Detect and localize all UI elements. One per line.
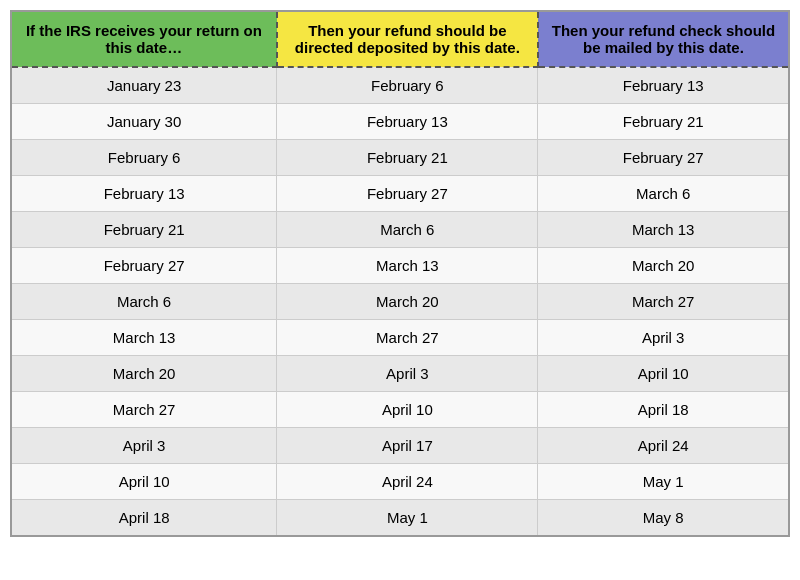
cell-row1-col1: February 13 xyxy=(277,104,538,140)
cell-row0-col0: January 23 xyxy=(11,67,277,104)
cell-row12-col0: April 18 xyxy=(11,500,277,537)
cell-row7-col1: March 27 xyxy=(277,320,538,356)
cell-row10-col1: April 17 xyxy=(277,428,538,464)
table-row: April 18May 1May 8 xyxy=(11,500,789,537)
header-col3: Then your refund check should be mailed … xyxy=(538,11,789,67)
cell-row10-col2: April 24 xyxy=(538,428,789,464)
cell-row9-col1: April 10 xyxy=(277,392,538,428)
cell-row6-col2: March 27 xyxy=(538,284,789,320)
header-row: If the IRS receives your return on this … xyxy=(11,11,789,67)
cell-row6-col1: March 20 xyxy=(277,284,538,320)
cell-row3-col2: March 6 xyxy=(538,176,789,212)
cell-row11-col2: May 1 xyxy=(538,464,789,500)
cell-row5-col2: March 20 xyxy=(538,248,789,284)
cell-row4-col1: March 6 xyxy=(277,212,538,248)
cell-row7-col0: March 13 xyxy=(11,320,277,356)
cell-row2-col2: February 27 xyxy=(538,140,789,176)
table-row: March 27April 10April 18 xyxy=(11,392,789,428)
cell-row4-col0: February 21 xyxy=(11,212,277,248)
cell-row9-col0: March 27 xyxy=(11,392,277,428)
cell-row3-col0: February 13 xyxy=(11,176,277,212)
table-row: February 13February 27March 6 xyxy=(11,176,789,212)
cell-row9-col2: April 18 xyxy=(538,392,789,428)
cell-row3-col1: February 27 xyxy=(277,176,538,212)
cell-row6-col0: March 6 xyxy=(11,284,277,320)
cell-row8-col2: April 10 xyxy=(538,356,789,392)
cell-row11-col1: April 24 xyxy=(277,464,538,500)
cell-row5-col1: March 13 xyxy=(277,248,538,284)
irs-refund-table: If the IRS receives your return on this … xyxy=(10,10,790,537)
table-row: February 6February 21February 27 xyxy=(11,140,789,176)
table-row: February 21March 6March 13 xyxy=(11,212,789,248)
cell-row10-col0: April 3 xyxy=(11,428,277,464)
table-body: January 23February 6February 13January 3… xyxy=(11,67,789,536)
table-row: March 13March 27April 3 xyxy=(11,320,789,356)
table-row: January 23February 6February 13 xyxy=(11,67,789,104)
cell-row0-col1: February 6 xyxy=(277,67,538,104)
cell-row2-col1: February 21 xyxy=(277,140,538,176)
cell-row4-col2: March 13 xyxy=(538,212,789,248)
table-row: March 6March 20March 27 xyxy=(11,284,789,320)
table-row: April 10April 24May 1 xyxy=(11,464,789,500)
cell-row12-col2: May 8 xyxy=(538,500,789,537)
cell-row8-col0: March 20 xyxy=(11,356,277,392)
table-row: April 3April 17April 24 xyxy=(11,428,789,464)
cell-row0-col2: February 13 xyxy=(538,67,789,104)
cell-row5-col0: February 27 xyxy=(11,248,277,284)
cell-row8-col1: April 3 xyxy=(277,356,538,392)
cell-row2-col0: February 6 xyxy=(11,140,277,176)
table-row: January 30February 13February 21 xyxy=(11,104,789,140)
table-row: February 27March 13March 20 xyxy=(11,248,789,284)
cell-row12-col1: May 1 xyxy=(277,500,538,537)
header-col2: Then your refund should be directed depo… xyxy=(277,11,538,67)
cell-row7-col2: April 3 xyxy=(538,320,789,356)
cell-row1-col0: January 30 xyxy=(11,104,277,140)
cell-row11-col0: April 10 xyxy=(11,464,277,500)
header-col1: If the IRS receives your return on this … xyxy=(11,11,277,67)
cell-row1-col2: February 21 xyxy=(538,104,789,140)
table-row: March 20April 3April 10 xyxy=(11,356,789,392)
